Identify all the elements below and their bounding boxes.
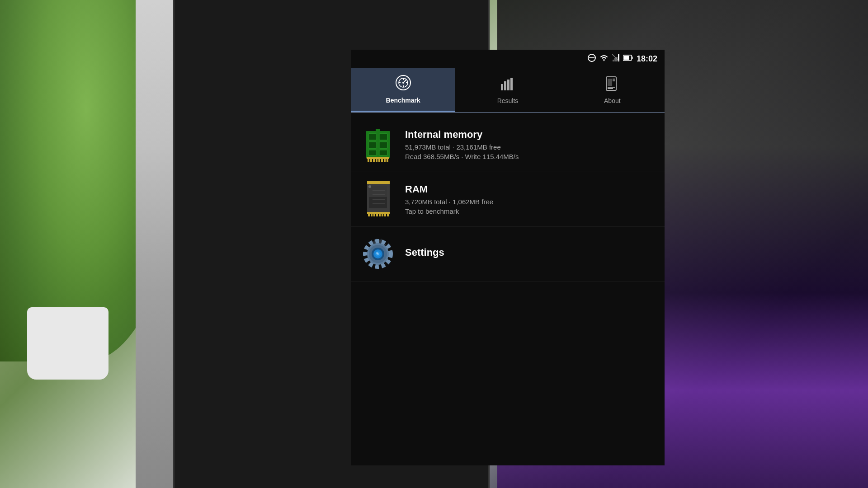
svg-rect-23 (608, 88, 613, 89)
svg-rect-43 (369, 186, 387, 197)
about-icon (604, 76, 620, 94)
svg-rect-19 (608, 79, 612, 86)
svg-rect-26 (368, 134, 377, 140)
phone-screen: 18:02 Benchmark (351, 50, 665, 465)
svg-rect-21 (613, 80, 615, 81)
svg-rect-25 (376, 129, 380, 132)
results-icon (500, 76, 515, 94)
tab-benchmark[interactable]: Benchmark (351, 68, 455, 112)
settings-title: Settings (405, 247, 656, 258)
svg-rect-30 (368, 150, 377, 155)
signal-icon (612, 54, 619, 63)
svg-rect-16 (507, 80, 509, 90)
svg-rect-38 (381, 159, 383, 162)
content-area: Internal memory 51,973MB total · 23,161M… (351, 113, 665, 465)
svg-rect-17 (510, 78, 513, 90)
tab-results[interactable]: Results (455, 68, 560, 112)
svg-rect-33 (368, 159, 369, 162)
ram-item[interactable]: RAM 3,720MB total · 1,062MB free Tap to … (351, 172, 665, 227)
svg-rect-57 (384, 214, 386, 216)
svg-point-66 (376, 252, 378, 254)
ram-title: RAM (405, 183, 656, 195)
svg-point-13 (402, 82, 404, 84)
svg-rect-31 (379, 150, 387, 155)
ram-text: RAM 3,720MB total · 1,062MB free Tap to … (405, 183, 656, 215)
svg-rect-52 (371, 214, 373, 216)
svg-rect-48 (367, 181, 390, 184)
internal-memory-detail: Read 368.55MB/s · Write 115.44MB/s (405, 153, 656, 160)
ram-subtitle: 3,720MB total · 1,062MB free (405, 198, 656, 206)
svg-rect-39 (384, 159, 386, 162)
benchmark-icon (395, 75, 411, 94)
svg-rect-50 (367, 212, 390, 214)
settings-icon (360, 236, 396, 272)
internal-memory-title: Internal memory (405, 129, 656, 141)
settings-item[interactable]: Settings (351, 227, 665, 282)
svg-rect-14 (501, 84, 503, 90)
svg-rect-51 (368, 214, 370, 216)
tab-about[interactable]: About (560, 68, 665, 112)
svg-rect-58 (387, 214, 389, 216)
svg-rect-29 (379, 142, 387, 148)
svg-rect-40 (387, 159, 388, 162)
internal-memory-icon (360, 127, 396, 163)
svg-rect-32 (367, 157, 389, 159)
svg-rect-34 (370, 159, 372, 162)
tab-results-label: Results (497, 97, 519, 104)
svg-rect-27 (379, 134, 387, 140)
do-not-disturb-icon (588, 54, 596, 64)
tab-benchmark-label: Benchmark (386, 97, 420, 104)
svg-rect-20 (613, 79, 615, 80)
svg-rect-55 (379, 214, 381, 216)
svg-rect-37 (378, 159, 380, 162)
svg-rect-54 (376, 214, 378, 216)
svg-point-49 (368, 185, 371, 188)
svg-rect-22 (608, 87, 615, 88)
ram-icon (360, 181, 396, 217)
tab-bar: Benchmark Results (351, 68, 665, 113)
status-time: 18:02 (637, 54, 657, 64)
svg-rect-15 (504, 81, 506, 90)
plant-pot (27, 307, 108, 380)
svg-rect-28 (368, 142, 377, 148)
tab-about-label: About (604, 97, 621, 104)
internal-memory-text: Internal memory 51,973MB total · 23,161M… (405, 129, 656, 160)
svg-rect-56 (382, 214, 383, 216)
wifi-icon (599, 54, 609, 63)
ram-detail: Tap to benchmark (405, 207, 656, 215)
phone-frame: 18:02 Benchmark (173, 0, 490, 488)
internal-memory-subtitle: 51,973MB total · 23,161MB free (405, 143, 656, 151)
internal-memory-item[interactable]: Internal memory 51,973MB total · 23,161M… (351, 117, 665, 172)
svg-rect-4 (623, 56, 629, 60)
battery-icon (623, 55, 633, 63)
svg-rect-36 (376, 159, 377, 162)
svg-rect-5 (632, 56, 632, 59)
svg-rect-35 (373, 159, 375, 162)
status-bar: 18:02 (351, 50, 665, 68)
settings-text: Settings (405, 247, 656, 261)
svg-rect-53 (373, 214, 375, 216)
